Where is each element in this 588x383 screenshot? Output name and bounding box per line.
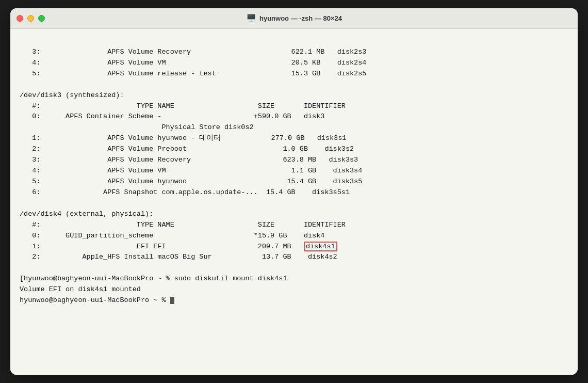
- close-button[interactable]: [17, 15, 23, 22]
- line-15: #: TYPE NAME SIZE IDENTIFIER: [20, 221, 346, 229]
- minimize-button[interactable]: [27, 15, 34, 22]
- line-9: 2: APFS Volume Preboot 1.0 GB disk3s2: [20, 145, 354, 153]
- line-1: 3: APFS Volume Recovery 622.1 MB disk2s3: [20, 48, 366, 56]
- line-2: 4: APFS Volume VM 20.5 KB disk2s4: [20, 59, 366, 67]
- line-10: 3: APFS Volume Recovery 623.8 MB disk3s3: [20, 156, 358, 164]
- line-17: 1: EFI EFI 209.7 MB disk4s1: [20, 242, 337, 251]
- line-8: 1: APFS Volume hyunwoo - 데이터 277.0 GB di…: [20, 134, 346, 142]
- terminal-icon: 🖥️: [246, 13, 256, 23]
- line-12: 5: APFS Volume hyunwoo 15.4 GB disk3s5: [20, 178, 362, 185]
- terminal-window: 🖥️ hyunwoo — -zsh — 80×24 3: APFS Volume…: [10, 8, 578, 375]
- line-6: 0: APFS Container Scheme - +590.0 GB dis…: [20, 113, 324, 120]
- prompt-line: hyunwoo@baghyeon-uui-MacBookPro ~ %: [20, 296, 174, 304]
- highlighted-disk4s1: disk4s1: [304, 242, 337, 251]
- line-18: 2: Apple_HFS Install macOS Big Sur 13.7 …: [20, 253, 337, 261]
- title-text: hyunwoo — -zsh — 80×24: [259, 14, 342, 22]
- line-16: 0: GUID_partition_scheme *15.9 GB disk4: [20, 232, 324, 240]
- line-20: Volume EFI on disk4s1 mounted: [20, 285, 141, 293]
- traffic-lights[interactable]: [17, 15, 45, 22]
- line-19: [hyunwoo@baghyeon-uui-MacBookPro ~ % sud…: [20, 275, 287, 282]
- window-title: 🖥️ hyunwoo — -zsh — 80×24: [246, 13, 342, 23]
- line-13: 6: APFS Snapshot com.apple.os.update-...…: [20, 188, 350, 196]
- line-3: 5: APFS Volume release - test 15.3 GB di…: [20, 70, 366, 77]
- line-5: #: TYPE NAME SIZE IDENTIFIER: [20, 102, 346, 110]
- titlebar: 🖥️ hyunwoo — -zsh — 80×24: [10, 8, 578, 29]
- line-7: Physical Store disk0s2: [20, 123, 254, 131]
- terminal-body[interactable]: 3: APFS Volume Recovery 622.1 MB disk2s3…: [10, 29, 578, 375]
- line-14: /dev/disk4 (external, physical):: [20, 210, 153, 218]
- line-11: 4: APFS Volume VM 1.1 GB disk3s4: [20, 167, 362, 174]
- cursor: [170, 297, 174, 304]
- maximize-button[interactable]: [38, 15, 45, 22]
- line-4: /dev/disk3 (synthesized):: [20, 91, 124, 99]
